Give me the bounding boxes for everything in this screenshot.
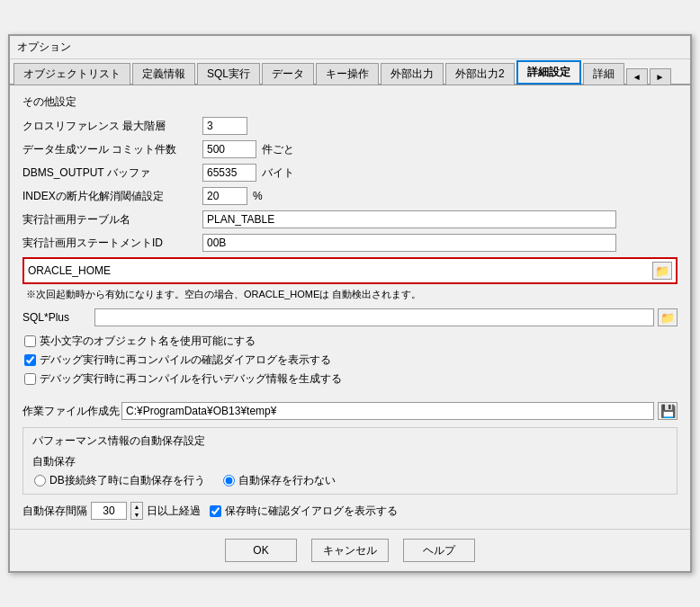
ok-button[interactable]: OK (225, 539, 297, 562)
section-title: その他設定 (22, 94, 678, 110)
data-gen-input[interactable] (202, 140, 256, 158)
sqlplus-row: SQL*Plus 📁 (22, 308, 678, 326)
tab-detail[interactable]: 詳細 (583, 63, 624, 85)
dbms-output-unit: バイト (262, 165, 294, 181)
dbms-output-label: DBMS_OUTPUT バッファ (22, 165, 202, 181)
help-button[interactable]: ヘルプ (403, 539, 475, 562)
tab-definition[interactable]: 定義情報 (132, 63, 195, 85)
checkbox1-label: 英小文字のオブジェクト名を使用可能にする (40, 334, 256, 349)
sqlplus-input[interactable] (94, 308, 654, 326)
tab-sql[interactable]: SQL実行 (197, 63, 260, 85)
index-unit: % (253, 190, 263, 202)
oracle-home-label: ORACLE_HOME (28, 264, 127, 277)
oracle-home-note: ※次回起動時から有効になります。空白の場合、ORACLE_HOMEは 自動検出さ… (26, 288, 678, 301)
checkbox1-row: 英小文字のオブジェクト名を使用可能にする (24, 334, 678, 349)
statement-id-label: 実行計画用ステートメントID (22, 236, 202, 251)
radio2-item: 自動保存を行わない (223, 473, 336, 488)
checkbox3-row: デバッグ実行時に再コンパイルを行いデバッグ情報を生成する (24, 371, 678, 387)
footer-buttons: OK キャンセル ヘルプ (10, 529, 690, 571)
content-area: その他設定 クロスリファレンス 最大階層 データ生成ツール コミット件数 件ごと… (10, 85, 690, 529)
work-file-label: 作業ファイル作成先 (22, 404, 121, 419)
interval-spinner[interactable]: ▲ ▼ (130, 502, 143, 520)
sqlplus-label: SQL*Plus (22, 311, 94, 324)
options-dialog: オプション オブジェクトリスト 定義情報 SQL実行 データ キー操作 外部出力… (8, 34, 692, 573)
radio2[interactable] (223, 475, 235, 486)
plan-table-label: 実行計画用テーブル名 (22, 212, 202, 228)
dialog-title: オプション (17, 40, 71, 53)
checkbox2[interactable] (24, 354, 36, 366)
cross-reference-label: クロスリファレンス 最大階層 (22, 119, 202, 134)
spinner-up[interactable]: ▲ (131, 503, 142, 511)
oracle-home-input[interactable] (127, 262, 652, 280)
tab-object-list[interactable]: オブジェクトリスト (13, 63, 130, 85)
cross-reference-row: クロスリファレンス 最大階層 (22, 117, 678, 135)
perf-auto-title: 自動保存 (32, 454, 668, 469)
cross-reference-input[interactable] (202, 117, 247, 135)
radio1-label: DB接続終了時に自動保存を行う (49, 473, 205, 488)
interval-unit: 日以上経過 (147, 504, 201, 519)
tab-ext-out2[interactable]: 外部出力2 (445, 63, 515, 85)
interval-checkbox[interactable] (210, 505, 221, 517)
radio1[interactable] (34, 475, 46, 486)
tab-key-op[interactable]: キー操作 (316, 63, 379, 85)
radio-row: DB接続終了時に自動保存を行う 自動保存を行わない (34, 473, 668, 488)
dbms-output-row: DBMS_OUTPUT バッファ バイト (22, 164, 678, 182)
index-label: INDEXの断片化解消閾値設定 (22, 189, 202, 204)
perf-section: パフォーマンス情報の自動保存設定 自動保存 DB接続終了時に自動保存を行う 自動… (22, 427, 678, 495)
interval-input[interactable] (91, 502, 127, 520)
title-bar: オプション (10, 36, 690, 59)
checkbox3-label: デバッグ実行時に再コンパイルを行いデバッグ情報を生成する (40, 371, 342, 387)
oracle-home-folder-button[interactable]: 📁 (652, 262, 672, 280)
data-gen-label: データ生成ツール コミット件数 (22, 142, 202, 157)
data-gen-unit: 件ごと (262, 142, 294, 157)
index-row: INDEXの断片化解消閾値設定 % (22, 187, 678, 205)
dbms-output-input[interactable] (202, 164, 256, 182)
tabs-bar: オブジェクトリスト 定義情報 SQL実行 データ キー操作 外部出力 外部出力2… (10, 59, 690, 85)
statement-id-input[interactable] (202, 234, 616, 252)
tab-arrow-left[interactable]: ◄ (626, 68, 648, 85)
plan-table-row: 実行計画用テーブル名 (22, 210, 678, 228)
tab-data[interactable]: データ (262, 63, 314, 85)
checkbox1[interactable] (24, 335, 36, 347)
tab-arrow-right[interactable]: ► (650, 68, 671, 85)
spinner-down[interactable]: ▼ (131, 511, 142, 519)
index-input[interactable] (202, 187, 247, 205)
checkbox2-label: デバッグ実行時に再コンパイルの確認ダイアログを表示する (40, 353, 331, 368)
plan-table-input[interactable] (202, 210, 616, 228)
data-gen-row: データ生成ツール コミット件数 件ごと (22, 140, 678, 158)
work-file-save-button[interactable]: 💾 (658, 402, 678, 420)
interval-row: 自動保存間隔 ▲ ▼ 日以上経過 保存時に確認ダイアログを表示する (22, 502, 678, 520)
tab-ext-out[interactable]: 外部出力 (381, 63, 444, 85)
checkbox2-row: デバッグ実行時に再コンパイルの確認ダイアログを表示する (24, 353, 678, 368)
checkbox3[interactable] (24, 373, 36, 385)
work-file-row: 作業ファイル作成先 💾 (22, 402, 678, 420)
interval-label: 自動保存間隔 (22, 504, 87, 519)
cancel-button[interactable]: キャンセル (311, 539, 389, 562)
oracle-home-row: ORACLE_HOME 📁 (22, 257, 678, 284)
radio2-label: 自動保存を行わない (238, 473, 336, 488)
sqlplus-folder-button[interactable]: 📁 (658, 308, 678, 326)
radio1-item: DB接続終了時に自動保存を行う (34, 473, 205, 488)
perf-section-title: パフォーマンス情報の自動保存設定 (32, 433, 668, 449)
work-file-input[interactable] (121, 402, 654, 420)
tab-detail-settings[interactable]: 詳細設定 (516, 60, 581, 85)
statement-id-row: 実行計画用ステートメントID (22, 234, 678, 252)
interval-checkbox-label: 保存時に確認ダイアログを表示する (225, 504, 398, 519)
